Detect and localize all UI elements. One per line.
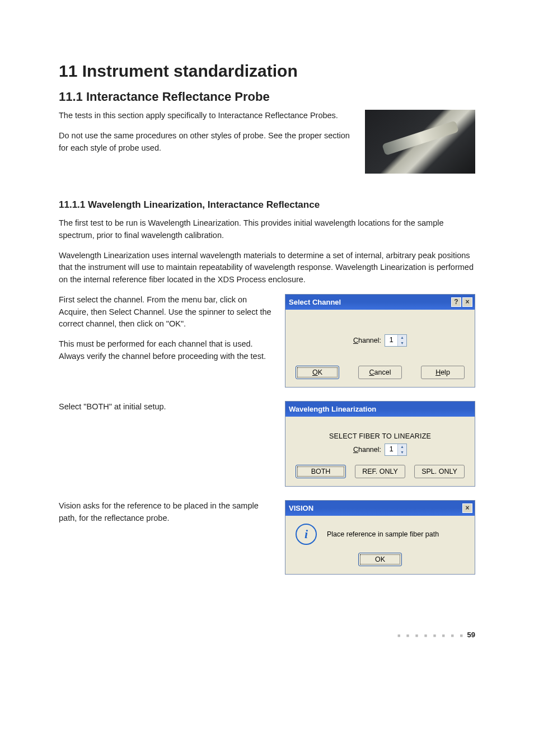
- channel-spinner[interactable]: 1 ▲ ▼: [385, 444, 407, 456]
- channel-spinner[interactable]: 1 ▲ ▼: [385, 334, 407, 347]
- section-11-1-1-p2: Wavelength Linearization uses internal w…: [59, 250, 475, 286]
- spinner-down-icon[interactable]: ▼: [398, 340, 406, 346]
- help-button[interactable]: Help: [421, 366, 465, 379]
- cancel-button[interactable]: Cancel: [358, 366, 402, 379]
- dialog-title: VISION: [289, 504, 313, 512]
- dialog-titlebar: Select Channel ? ×: [285, 295, 475, 310]
- channel-label: Channel:: [353, 337, 381, 344]
- section-11-1-title: 11.1 Interactance Reflectance Probe: [59, 90, 475, 104]
- page-footer: ■ ■ ■ ■ ■ ■ ■ ■ 59: [59, 631, 475, 639]
- section-11-1-p1: The tests in this section apply specific…: [59, 110, 355, 122]
- section-11-1-1-p3: First select the channel. From the menu …: [59, 294, 275, 330]
- spinner-up-icon[interactable]: ▲: [398, 335, 406, 340]
- ref-only-button[interactable]: REF. ONLY: [355, 465, 405, 478]
- section-11-1-1-p1: The first test to be run is Wavelength L…: [59, 217, 475, 242]
- ok-button[interactable]: OK: [358, 553, 402, 566]
- spinner-up-icon[interactable]: ▲: [398, 444, 406, 450]
- info-icon: i: [296, 524, 317, 545]
- footer-dots: ■ ■ ■ ■ ■ ■ ■ ■: [397, 632, 465, 638]
- spl-only-button[interactable]: SPL. ONLY: [414, 465, 465, 478]
- vision-message-dialog: VISION × i Place reference in sample fib…: [285, 500, 475, 575]
- dialog-titlebar: VISION ×: [285, 501, 475, 516]
- channel-label: Channel:: [353, 446, 381, 454]
- select-channel-dialog: Select Channel ? × Channel: 1 ▲ ▼: [285, 294, 475, 388]
- channel-value: 1: [385, 335, 397, 346]
- wavelength-linearization-dialog: Wavelength Linearization SELECT FIBER TO…: [285, 401, 475, 487]
- select-fiber-text: SELECT FIBER TO LINEARIZE: [292, 432, 468, 440]
- chapter-title: 11 Instrument standardization: [59, 62, 475, 81]
- context-help-icon[interactable]: ?: [451, 297, 461, 307]
- section-11-1-1-title: 11.1.1 Wavelength Linearization, Interac…: [59, 199, 475, 211]
- dialog-titlebar: Wavelength Linearization: [285, 402, 475, 417]
- dialog-title: Select Channel: [289, 298, 341, 306]
- page-number: 59: [467, 631, 475, 639]
- section-11-1-1-p6: Vision asks for the reference to be plac…: [59, 500, 275, 525]
- spinner-down-icon[interactable]: ▼: [398, 450, 406, 455]
- section-11-1-p2: Do not use the same procedures on other …: [59, 130, 355, 155]
- close-icon[interactable]: ×: [462, 297, 472, 307]
- probe-photo: [365, 110, 475, 174]
- ok-button[interactable]: OK: [296, 366, 339, 379]
- dialog-title: Wavelength Linearization: [289, 405, 376, 413]
- channel-value: 1: [385, 444, 397, 455]
- section-11-1-1-p5: Select "BOTH" at initial setup.: [59, 401, 275, 413]
- section-11-1-1-p4: This must be performed for each channel …: [59, 338, 275, 363]
- close-icon[interactable]: ×: [462, 503, 472, 513]
- message-text: Place reference in sample fiber path: [327, 530, 439, 538]
- both-button[interactable]: BOTH: [296, 465, 346, 478]
